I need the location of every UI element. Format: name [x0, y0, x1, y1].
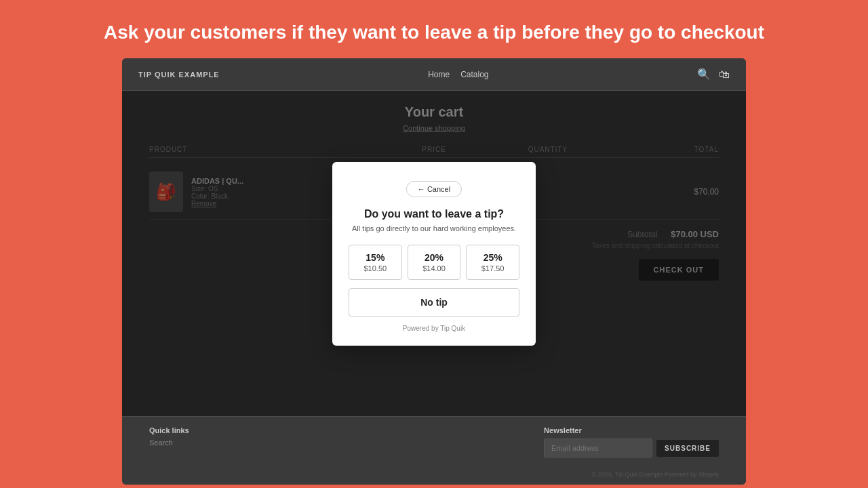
cart-icon[interactable]: 🛍 — [719, 68, 730, 81]
store-logo: TIP QUIK EXAMPLE — [138, 70, 220, 79]
page-headline: Ask your customers if they want to leave… — [0, 0, 868, 58]
tip-pct-25: 25% — [471, 252, 515, 263]
tip-amount-25: $17.50 — [471, 264, 515, 272]
cancel-button[interactable]: ← Cancel — [406, 181, 462, 197]
newsletter-title: Newsletter — [544, 426, 719, 434]
tip-pct-15: 15% — [353, 252, 397, 263]
modal-overlay: ← Cancel Do you want to leave a tip? All… — [122, 91, 746, 416]
quick-links-title: Quick links — [149, 426, 189, 434]
tip-modal: ← Cancel Do you want to leave a tip? All… — [332, 162, 536, 346]
browser-window: TIP QUIK EXAMPLE Home Catalog 🔍 🛍 Your c… — [122, 58, 746, 485]
search-link[interactable]: Search — [149, 439, 189, 447]
store-nav: Home Catalog — [428, 70, 488, 79]
powered-by: Powered by Tip Quik — [349, 325, 519, 332]
email-input[interactable] — [544, 439, 652, 458]
tip-option-25[interactable]: 25% $17.50 — [466, 245, 519, 280]
newsletter-form: SUBSCRIBE — [544, 439, 719, 458]
store-icons: 🔍 🛍 — [697, 68, 730, 81]
search-icon[interactable]: 🔍 — [697, 68, 711, 81]
subscribe-button[interactable]: SUBSCRIBE — [656, 440, 719, 457]
tip-pct-20: 20% — [412, 252, 456, 263]
nav-home[interactable]: Home — [428, 70, 450, 79]
tip-option-20[interactable]: 20% $14.00 — [408, 245, 461, 280]
store-copyright: © 2020, Tip Quik Example Powered by Shop… — [122, 467, 746, 485]
store-header: TIP QUIK EXAMPLE Home Catalog 🔍 🛍 — [122, 58, 746, 91]
modal-subtitle: All tips go directly to our hard working… — [349, 224, 519, 232]
tip-option-15[interactable]: 15% $10.50 — [349, 245, 402, 280]
store-body: Your cart Continue shopping PRODUCT PRIC… — [122, 91, 746, 416]
modal-title: Do you want to leave a tip? — [349, 208, 519, 220]
tip-amount-20: $14.00 — [412, 264, 456, 272]
quick-links-col: Quick links Search — [149, 426, 189, 458]
no-tip-button[interactable]: No tip — [349, 288, 519, 317]
store-footer: Quick links Search Newsletter SUBSCRIBE — [122, 416, 746, 467]
tip-options: 15% $10.50 20% $14.00 25% $17.50 — [349, 245, 519, 280]
nav-catalog[interactable]: Catalog — [460, 70, 488, 79]
tip-amount-15: $10.50 — [353, 264, 397, 272]
newsletter-col: Newsletter SUBSCRIBE — [544, 426, 719, 458]
